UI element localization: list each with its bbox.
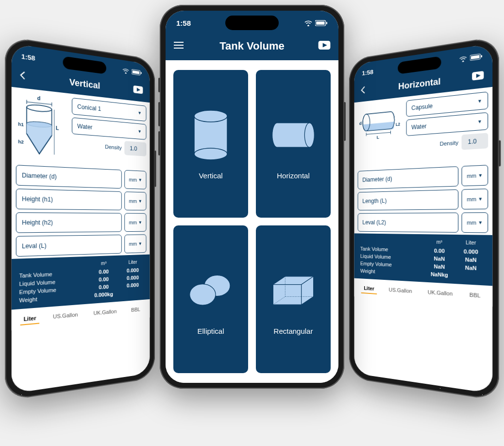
card-label: Rectangular — [274, 327, 313, 335]
tab-ukgallon[interactable]: UK.Gallon — [90, 306, 119, 319]
menu-icon[interactable] — [173, 41, 186, 51]
back-icon[interactable] — [359, 85, 370, 97]
card-horizontal[interactable]: Horizontal — [256, 70, 331, 218]
battery-icon — [132, 69, 142, 76]
battery-icon — [470, 53, 483, 61]
results-panel: m³Liter Tank Volume0.000.000 Liquid Volu… — [354, 233, 493, 286]
svg-line-5 — [27, 102, 52, 104]
clock: 1:58 — [176, 19, 191, 27]
page-title: Tank Volume — [186, 40, 318, 52]
tank-diagram: d L2 L — [358, 101, 403, 166]
card-vertical[interactable]: Vertical — [173, 70, 248, 218]
phone-left: 1:58 Vertical d — [5, 36, 155, 401]
inputs-section: Diameter (d) mm▼ Length (L) mm▼ Leval (L… — [354, 163, 493, 235]
svg-text:L: L — [377, 135, 379, 140]
video-icon[interactable] — [472, 70, 486, 83]
wifi-icon — [304, 20, 313, 26]
unit-select[interactable]: mm▼ — [124, 234, 146, 253]
category-grid: Vertical Horizontal — [166, 60, 338, 383]
unit-select[interactable]: mm▼ — [462, 189, 488, 209]
video-icon[interactable] — [134, 86, 145, 96]
svg-point-33 — [304, 123, 314, 147]
unit-select[interactable]: mm▼ — [462, 165, 488, 186]
svg-line-45 — [366, 132, 390, 134]
clock: 1:58 — [362, 68, 373, 77]
svg-point-27 — [194, 148, 227, 160]
svg-point-8 — [27, 104, 52, 113]
svg-text:d: d — [359, 121, 362, 126]
svg-rect-2 — [141, 72, 142, 74]
phone-center: 1:58 Tank Volume — [160, 5, 344, 389]
vertical-cylinder-icon — [186, 108, 235, 162]
svg-point-28 — [194, 110, 227, 122]
svg-rect-17 — [316, 21, 324, 25]
chevron-down-icon: ▼ — [138, 129, 142, 134]
tab-usgallon[interactable]: US.Gallon — [50, 309, 81, 323]
svg-text:h2: h2 — [18, 139, 24, 145]
input-h1[interactable]: Height (h1) — [16, 189, 122, 210]
svg-rect-18 — [326, 22, 327, 24]
svg-rect-1 — [133, 70, 139, 74]
wifi-icon — [122, 68, 130, 74]
unit-select[interactable]: mm▼ — [462, 212, 488, 233]
clock: 1:58 — [21, 52, 35, 62]
svg-text:L: L — [56, 125, 59, 131]
unit-select[interactable]: mm▼ — [124, 191, 146, 210]
tab-bbl[interactable]: BBL — [466, 290, 484, 302]
elliptical-icon — [186, 264, 235, 317]
battery-icon — [315, 20, 328, 26]
chevron-down-icon: ▼ — [138, 110, 142, 115]
density-label: Density — [105, 144, 122, 151]
density-value[interactable]: 1.0 — [124, 141, 146, 156]
input-length[interactable]: Length (L) — [358, 189, 459, 210]
unit-select[interactable]: mm▼ — [124, 170, 146, 189]
svg-text:L2: L2 — [396, 122, 400, 127]
tab-bbl[interactable]: BBL — [129, 304, 143, 316]
svg-text:d: d — [37, 95, 41, 101]
input-h2[interactable]: Height (h2) — [16, 212, 122, 233]
rectangular-icon — [269, 264, 318, 317]
svg-point-36 — [190, 284, 216, 305]
wifi-icon — [459, 55, 467, 63]
input-diameter[interactable]: Diameter (d) — [16, 165, 122, 189]
horizontal-cylinder-icon — [269, 108, 318, 162]
card-label: Horizontal — [277, 172, 310, 180]
inputs-section: Diameter (d) mm▼ Height (h1) mm▼ Height … — [12, 163, 150, 259]
unit-select[interactable]: mm▼ — [124, 213, 146, 232]
card-elliptical[interactable]: Elliptical — [173, 225, 248, 373]
input-level[interactable]: Leval (L2) — [358, 212, 459, 232]
tank-diagram: d h1 h2 — [16, 91, 68, 161]
app-header: Tank Volume — [166, 35, 338, 60]
input-level[interactable]: Leval (L) — [16, 235, 122, 257]
chevron-down-icon: ▼ — [477, 98, 482, 104]
density-value[interactable]: 1.0 — [462, 133, 488, 150]
fluid-select[interactable]: Water ▼ — [72, 117, 147, 139]
chevron-down-icon: ▼ — [477, 119, 482, 124]
fluid-select[interactable]: Water ▼ — [406, 112, 488, 136]
svg-text:h1: h1 — [18, 121, 24, 127]
card-rectangular[interactable]: Rectangular — [256, 225, 331, 373]
density-label: Density — [440, 139, 458, 147]
phone-right: 1:58 Horizontal d — [349, 36, 499, 401]
tab-usgallon[interactable]: US.Gallon — [386, 285, 415, 297]
svg-rect-38 — [471, 55, 480, 59]
svg-rect-39 — [481, 55, 482, 58]
input-diameter[interactable]: Diameter (d) — [358, 166, 459, 189]
card-label: Vertical — [199, 172, 222, 180]
video-icon[interactable] — [318, 41, 331, 51]
back-icon[interactable] — [18, 70, 32, 83]
card-label: Elliptical — [197, 327, 224, 335]
tab-ukgallon[interactable]: UK.Gallon — [425, 287, 456, 300]
tab-liter[interactable]: Liter — [361, 283, 377, 294]
tab-liter[interactable]: Liter — [20, 313, 39, 326]
